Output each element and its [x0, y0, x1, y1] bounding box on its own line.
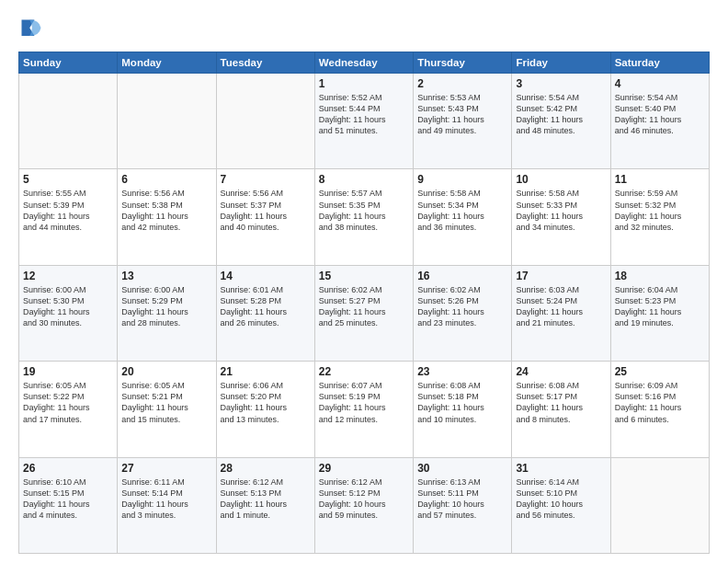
day-cell: 10Sunrise: 5:58 AMSunset: 5:33 PMDayligh… [512, 169, 610, 265]
day-info: Sunrise: 6:06 AMSunset: 5:20 PMDaylight:… [221, 380, 311, 425]
logo-icon [18, 17, 44, 42]
day-cell: 23Sunrise: 6:08 AMSunset: 5:18 PMDayligh… [414, 362, 512, 457]
week-row-2: 5Sunrise: 5:55 AMSunset: 5:39 PMDaylight… [19, 169, 710, 265]
day-cell [610, 457, 709, 553]
day-info: Sunrise: 6:14 AMSunset: 5:10 PMDaylight:… [516, 477, 606, 522]
day-info: Sunrise: 5:59 AMSunset: 5:32 PMDaylight:… [615, 188, 705, 233]
weekday-header-thursday: Thursday [414, 52, 512, 74]
day-cell: 6Sunrise: 5:56 AMSunset: 5:38 PMDaylight… [118, 169, 216, 265]
day-cell: 28Sunrise: 6:12 AMSunset: 5:13 PMDayligh… [216, 457, 314, 553]
day-number: 11 [615, 173, 705, 186]
day-number: 28 [221, 462, 311, 475]
day-info: Sunrise: 6:04 AMSunset: 5:23 PMDaylight:… [615, 284, 705, 329]
day-cell: 26Sunrise: 6:10 AMSunset: 5:15 PMDayligh… [19, 457, 118, 553]
day-cell [216, 74, 314, 169]
day-cell: 7Sunrise: 5:56 AMSunset: 5:37 PMDaylight… [216, 169, 314, 265]
day-cell: 15Sunrise: 6:02 AMSunset: 5:27 PMDayligh… [314, 265, 413, 361]
day-info: Sunrise: 6:00 AMSunset: 5:29 PMDaylight:… [121, 284, 211, 329]
header [18, 17, 710, 42]
day-number: 21 [221, 365, 311, 378]
day-info: Sunrise: 5:58 AMSunset: 5:33 PMDaylight:… [516, 188, 606, 233]
day-info: Sunrise: 6:12 AMSunset: 5:13 PMDaylight:… [221, 477, 311, 522]
day-cell [19, 74, 118, 169]
weekday-header-tuesday: Tuesday [216, 52, 314, 74]
day-number: 10 [516, 173, 606, 186]
day-info: Sunrise: 6:12 AMSunset: 5:12 PMDaylight:… [319, 477, 409, 522]
day-cell: 11Sunrise: 5:59 AMSunset: 5:32 PMDayligh… [610, 169, 709, 265]
day-cell: 29Sunrise: 6:12 AMSunset: 5:12 PMDayligh… [314, 457, 413, 553]
day-number: 2 [417, 77, 507, 90]
day-info: Sunrise: 6:02 AMSunset: 5:27 PMDaylight:… [319, 284, 409, 329]
day-cell: 8Sunrise: 5:57 AMSunset: 5:35 PMDaylight… [314, 169, 413, 265]
week-row-4: 19Sunrise: 6:05 AMSunset: 5:22 PMDayligh… [19, 362, 710, 457]
day-info: Sunrise: 6:13 AMSunset: 5:11 PMDaylight:… [417, 477, 507, 522]
day-info: Sunrise: 5:52 AMSunset: 5:44 PMDaylight:… [319, 92, 409, 137]
day-info: Sunrise: 6:10 AMSunset: 5:15 PMDaylight:… [23, 477, 113, 522]
day-cell: 2Sunrise: 5:53 AMSunset: 5:43 PMDaylight… [414, 74, 512, 169]
day-cell: 12Sunrise: 6:00 AMSunset: 5:30 PMDayligh… [19, 265, 118, 361]
day-info: Sunrise: 6:05 AMSunset: 5:21 PMDaylight:… [121, 380, 211, 425]
day-number: 6 [121, 173, 211, 186]
day-info: Sunrise: 6:00 AMSunset: 5:30 PMDaylight:… [23, 284, 113, 329]
day-cell: 3Sunrise: 5:54 AMSunset: 5:42 PMDaylight… [512, 74, 610, 169]
day-cell: 1Sunrise: 5:52 AMSunset: 5:44 PMDaylight… [314, 74, 413, 169]
day-cell: 22Sunrise: 6:07 AMSunset: 5:19 PMDayligh… [314, 362, 413, 457]
weekday-header-wednesday: Wednesday [314, 52, 413, 74]
day-info: Sunrise: 6:02 AMSunset: 5:26 PMDaylight:… [417, 284, 507, 329]
day-info: Sunrise: 6:08 AMSunset: 5:17 PMDaylight:… [516, 380, 606, 425]
day-number: 15 [319, 270, 409, 282]
day-number: 7 [221, 173, 311, 186]
day-cell: 13Sunrise: 6:00 AMSunset: 5:29 PMDayligh… [118, 265, 216, 361]
day-info: Sunrise: 5:53 AMSunset: 5:43 PMDaylight:… [417, 92, 507, 137]
day-info: Sunrise: 6:03 AMSunset: 5:24 PMDaylight:… [516, 284, 606, 329]
day-cell: 30Sunrise: 6:13 AMSunset: 5:11 PMDayligh… [414, 457, 512, 553]
day-number: 20 [121, 365, 211, 378]
day-number: 8 [319, 173, 409, 186]
day-cell: 4Sunrise: 5:54 AMSunset: 5:40 PMDaylight… [610, 74, 709, 169]
day-cell: 21Sunrise: 6:06 AMSunset: 5:20 PMDayligh… [216, 362, 314, 457]
day-cell: 27Sunrise: 6:11 AMSunset: 5:14 PMDayligh… [118, 457, 216, 553]
day-cell: 16Sunrise: 6:02 AMSunset: 5:26 PMDayligh… [414, 265, 512, 361]
day-cell: 20Sunrise: 6:05 AMSunset: 5:21 PMDayligh… [118, 362, 216, 457]
day-info: Sunrise: 5:55 AMSunset: 5:39 PMDaylight:… [23, 188, 113, 233]
day-info: Sunrise: 5:56 AMSunset: 5:38 PMDaylight:… [121, 188, 211, 233]
day-info: Sunrise: 6:11 AMSunset: 5:14 PMDaylight:… [121, 477, 211, 522]
day-cell: 25Sunrise: 6:09 AMSunset: 5:16 PMDayligh… [610, 362, 709, 457]
calendar-table: SundayMondayTuesdayWednesdayThursdayFrid… [18, 52, 710, 554]
day-number: 1 [319, 77, 409, 90]
week-row-5: 26Sunrise: 6:10 AMSunset: 5:15 PMDayligh… [19, 457, 710, 553]
day-number: 3 [516, 77, 606, 90]
day-cell: 19Sunrise: 6:05 AMSunset: 5:22 PMDayligh… [19, 362, 118, 457]
day-info: Sunrise: 6:01 AMSunset: 5:28 PMDaylight:… [221, 284, 311, 329]
day-cell: 24Sunrise: 6:08 AMSunset: 5:17 PMDayligh… [512, 362, 610, 457]
day-number: 14 [221, 270, 311, 282]
day-number: 16 [417, 270, 507, 282]
day-info: Sunrise: 6:05 AMSunset: 5:22 PMDaylight:… [23, 380, 113, 425]
weekday-header-saturday: Saturday [610, 52, 709, 74]
day-cell: 17Sunrise: 6:03 AMSunset: 5:24 PMDayligh… [512, 265, 610, 361]
day-number: 27 [121, 462, 211, 475]
week-row-3: 12Sunrise: 6:00 AMSunset: 5:30 PMDayligh… [19, 265, 710, 361]
day-number: 5 [23, 173, 113, 186]
day-cell [118, 74, 216, 169]
day-info: Sunrise: 5:57 AMSunset: 5:35 PMDaylight:… [319, 188, 409, 233]
day-number: 25 [615, 365, 705, 378]
day-number: 19 [23, 365, 113, 378]
day-info: Sunrise: 5:54 AMSunset: 5:42 PMDaylight:… [516, 92, 606, 137]
day-info: Sunrise: 6:07 AMSunset: 5:19 PMDaylight:… [319, 380, 409, 425]
day-info: Sunrise: 6:08 AMSunset: 5:18 PMDaylight:… [417, 380, 507, 425]
week-row-1: 1Sunrise: 5:52 AMSunset: 5:44 PMDaylight… [19, 74, 710, 169]
day-cell: 14Sunrise: 6:01 AMSunset: 5:28 PMDayligh… [216, 265, 314, 361]
day-number: 29 [319, 462, 409, 475]
day-number: 9 [417, 173, 507, 186]
day-number: 23 [417, 365, 507, 378]
weekday-header-sunday: Sunday [19, 52, 118, 74]
weekday-header-monday: Monday [118, 52, 216, 74]
day-info: Sunrise: 5:56 AMSunset: 5:37 PMDaylight:… [221, 188, 311, 233]
day-info: Sunrise: 6:09 AMSunset: 5:16 PMDaylight:… [615, 380, 705, 425]
day-number: 26 [23, 462, 113, 475]
day-number: 13 [121, 270, 211, 282]
day-info: Sunrise: 5:58 AMSunset: 5:34 PMDaylight:… [417, 188, 507, 233]
day-number: 4 [615, 77, 705, 90]
weekday-header-friday: Friday [512, 52, 610, 74]
